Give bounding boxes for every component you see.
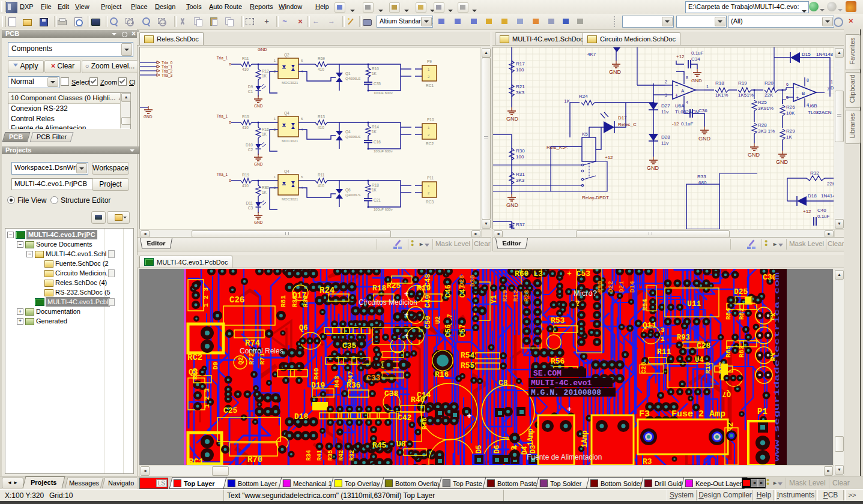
svg-text:R26: R26: [786, 104, 795, 110]
svg-text:R18: R18: [372, 183, 379, 187]
svg-text:+: +: [404, 311, 408, 320]
svg-text:R16: R16: [262, 127, 269, 131]
svg-text:R93: R93: [677, 334, 690, 342]
svg-text:Tria_1: Tria_1: [217, 114, 228, 119]
svg-text:GND: GND: [691, 78, 702, 83]
svg-text:SE.COM: SE.COM: [533, 369, 562, 378]
svg-text:1: 1: [831, 80, 833, 84]
svg-text:3K3 1%: 3K3 1%: [758, 128, 775, 134]
svg-text:P11: P11: [427, 176, 434, 180]
svg-text:D28: D28: [661, 134, 670, 140]
svg-text:C25: C25: [223, 406, 238, 415]
svg-text:R18: R18: [715, 80, 724, 86]
svg-text:Q4006LS: Q4006LS: [345, 77, 360, 80]
svg-text:D19: D19: [311, 381, 326, 390]
svg-text:1 2 3: 1 2 3: [204, 388, 211, 408]
svg-text:410: 410: [242, 67, 249, 71]
svg-text:C14: C14: [417, 391, 431, 400]
svg-text:1N4148: 1N4148: [816, 52, 834, 57]
svg-text:F3: F3: [639, 409, 650, 419]
svg-text:R34: R34: [306, 450, 312, 461]
svg-text:R60 L3: R60 L3: [515, 269, 543, 278]
svg-text:R90: R90: [596, 281, 604, 293]
svg-text:3K3: 3K3: [516, 178, 525, 183]
svg-text:0.1uF: 0.1uF: [681, 121, 694, 127]
svg-text:C26: C26: [229, 295, 244, 305]
svg-text:R15: R15: [242, 115, 249, 119]
svg-text:C1: C1: [248, 89, 253, 94]
svg-text:R25: R25: [387, 281, 401, 290]
svg-text:R53: R53: [551, 316, 565, 325]
svg-text:+: +: [467, 412, 471, 421]
svg-text:1K: 1K: [262, 132, 267, 136]
svg-text:R11: R11: [318, 173, 325, 177]
svg-text:R35: R35: [327, 450, 334, 461]
svg-text:C46: C46: [444, 284, 453, 298]
svg-text:+: +: [796, 95, 799, 101]
svg-text:Q11: Q11: [643, 321, 657, 330]
svg-text:R28: R28: [758, 122, 767, 128]
svg-text:R81: R81: [280, 295, 287, 307]
svg-text:Tria_1: Tria_1: [217, 56, 228, 61]
svg-text:100uF 600v: 100uF 600v: [374, 149, 393, 153]
svg-text:1: 1: [661, 335, 665, 343]
svg-text:K5: K5: [582, 131, 588, 137]
svg-text:Q6: Q6: [299, 324, 307, 332]
svg-text:D14: D14: [629, 281, 636, 293]
svg-text:680: 680: [698, 180, 707, 185]
svg-text:C35: C35: [342, 341, 357, 350]
svg-text:2: 2: [665, 80, 667, 84]
svg-text:R94: R94: [641, 299, 649, 311]
svg-text:C21: C21: [374, 198, 381, 202]
svg-text:R32: R32: [810, 170, 819, 176]
svg-text:GND: GND: [506, 202, 519, 208]
svg-text:R80: R80: [262, 185, 269, 190]
svg-text:C50: C50: [424, 316, 432, 329]
svg-text:11v: 11v: [661, 140, 668, 146]
svg-text:Fuse 2 Amp: Fuse 2 Amp: [671, 409, 725, 419]
svg-text:−: −: [796, 85, 799, 91]
svg-text:R18: R18: [372, 284, 387, 293]
svg-text:GND: GND: [254, 220, 263, 224]
svg-text:C28: C28: [697, 341, 711, 350]
svg-text:D18: D18: [294, 412, 309, 421]
svg-text:−: −: [675, 82, 678, 88]
svg-text:5: 5: [786, 95, 789, 100]
svg-text:R11: R11: [242, 56, 249, 61]
svg-text:Relec_C: Relec_C: [618, 122, 637, 127]
svg-text:Micro?: Micro?: [574, 289, 597, 298]
svg-text:D18: D18: [808, 193, 817, 199]
svg-text:100uF 600v: 100uF 600v: [374, 91, 393, 95]
svg-text:1Amp: 1Amp: [581, 430, 589, 448]
svg-text:RC3: RC3: [426, 200, 434, 204]
svg-text:R37: R37: [516, 222, 525, 227]
svg-text:8: 8: [807, 78, 809, 82]
svg-text:R70: R70: [247, 455, 262, 464]
svg-text:R24: R24: [579, 94, 588, 99]
svg-text:R11: R11: [657, 347, 671, 356]
svg-text:GND: GND: [698, 136, 711, 142]
svg-text:R10: R10: [372, 67, 379, 71]
svg-text:1K51%: 1K51%: [738, 92, 754, 98]
svg-text:410: 410: [242, 184, 249, 188]
svg-text:MOC3021: MOC3021: [282, 139, 298, 143]
svg-text:U6A: U6A: [675, 103, 685, 109]
svg-text:U11: U11: [687, 299, 701, 308]
svg-text:Q4006LS: Q4006LS: [345, 193, 360, 197]
svg-text:U2: U2: [434, 316, 441, 324]
svg-text:D28: D28: [458, 275, 465, 287]
svg-text:1N414: 1N414: [821, 193, 834, 199]
svg-text:Fuente de Alimentacion: Fuente de Alimentacion: [527, 453, 602, 461]
svg-text:R72: R72: [248, 353, 255, 365]
svg-text:+: +: [404, 290, 408, 299]
svg-text:4K7: 4K7: [587, 52, 596, 57]
svg-text:D9: D9: [248, 85, 253, 89]
svg-text:R10: R10: [704, 362, 712, 374]
svg-text:0.1uF: 0.1uF: [817, 214, 830, 219]
svg-text:Rele_K5<: Rele_K5<: [547, 145, 568, 150]
svg-text:1K: 1K: [372, 188, 377, 192]
svg-text:C20: C20: [640, 362, 647, 374]
svg-text:GND: GND: [609, 69, 622, 75]
svg-text:GND: GND: [254, 104, 263, 108]
svg-text:1 2 3: 1 2 3: [202, 287, 210, 307]
